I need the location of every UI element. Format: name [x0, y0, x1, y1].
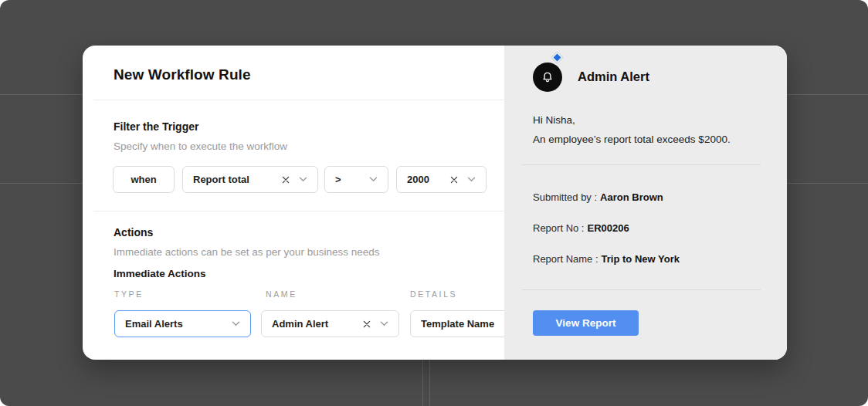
column-header-details: DETAILS	[410, 289, 457, 299]
backdrop-column-line	[422, 360, 423, 406]
clear-icon[interactable]	[280, 174, 292, 186]
action-type-select[interactable]: Email Alerts	[114, 310, 251, 337]
clear-icon[interactable]	[361, 318, 373, 330]
modal-title: New Workflow Rule	[114, 66, 251, 83]
alert-greeting: Hi Nisha,	[533, 114, 575, 126]
column-header-name: NAME	[266, 289, 297, 299]
backdrop-column-line	[429, 360, 430, 406]
trigger-operator-value: >	[335, 174, 362, 185]
chevron-down-icon[interactable]	[297, 174, 309, 186]
chevron-down-icon[interactable]	[367, 174, 379, 186]
filter-trigger-heading: Filter the Trigger	[114, 120, 198, 133]
report-no-label: Report No :	[533, 222, 584, 234]
trigger-operator-select[interactable]: >	[324, 166, 388, 193]
submitted-by-field: Submitted by :Aaron Brown	[533, 191, 663, 203]
action-name-value: Admin Alert	[272, 318, 356, 330]
title-divider	[93, 100, 504, 100]
trigger-field-value: Report total	[193, 174, 275, 185]
clear-icon[interactable]	[448, 174, 460, 186]
report-name-label: Report Name :	[533, 253, 598, 265]
when-label-box: when	[113, 166, 175, 193]
action-name-select[interactable]: Admin Alert	[261, 310, 399, 337]
column-header-type: TYPE	[114, 289, 144, 299]
immediate-actions-heading: Immediate Actions	[114, 268, 206, 279]
submitted-by-label: Submitted by :	[533, 191, 597, 203]
actions-heading: Actions	[114, 226, 153, 239]
report-no-field: Report No :ER00206	[533, 222, 629, 234]
action-type-value: Email Alerts	[125, 318, 225, 330]
report-name-value: Trip to New York	[602, 253, 680, 265]
chevron-down-icon[interactable]	[465, 174, 477, 186]
report-no-value: ER00206	[587, 222, 629, 234]
alert-title: Admin Alert	[578, 69, 649, 84]
new-workflow-rule-modal: New Workflow Rule Filter the Trigger Spe…	[83, 46, 787, 360]
bell-icon	[533, 63, 562, 92]
view-report-button[interactable]: View Report	[533, 310, 639, 336]
alert-message: An employee’s report total exceeds $2000…	[533, 134, 731, 145]
filter-trigger-subheading: Specify when to execute the workflow	[114, 140, 287, 152]
actions-subheading: Immediate actions can be set as per your…	[114, 246, 379, 258]
diamond-badge-icon	[551, 52, 564, 64]
chevron-down-icon[interactable]	[378, 318, 390, 330]
preview-divider	[522, 289, 761, 290]
chevron-down-icon[interactable]	[229, 318, 242, 330]
trigger-field-select[interactable]: Report total	[182, 166, 318, 193]
dimmed-backdrop: New Workflow Rule Filter the Trigger Spe…	[0, 0, 868, 406]
alert-preview-panel: Admin Alert Hi Nisha, An employee’s repo…	[504, 46, 787, 360]
report-name-field: Report Name :Trip to New York	[533, 253, 680, 265]
when-label: when	[131, 174, 156, 185]
trigger-value: 2000	[407, 174, 443, 185]
section-divider	[93, 211, 504, 211]
submitted-by-value: Aaron Brown	[600, 191, 663, 203]
trigger-value-select[interactable]: 2000	[396, 166, 487, 193]
preview-divider	[522, 164, 761, 165]
